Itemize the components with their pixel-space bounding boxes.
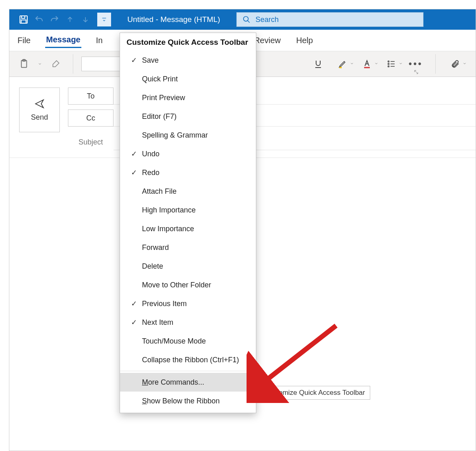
svg-point-6 [388,61,389,62]
redo-icon[interactable] [48,13,61,26]
menu-item-attach-file[interactable]: Attach File [120,182,256,201]
tooltip-customize-qat: Customize Quick Access Toolbar [259,386,370,400]
previous-item-icon[interactable] [63,13,77,26]
menu-item-undo[interactable]: ✓Undo [120,144,256,163]
menu-item-editor[interactable]: Editor (F7) [120,107,256,126]
svg-rect-1 [22,16,25,18]
chevron-down-icon[interactable] [38,62,42,66]
font-name-box[interactable] [81,57,120,71]
menu-item-show-below-ribbon[interactable]: Show Below the Ribbon [120,392,256,410]
customize-qat-menu: Customize Quick Access Toolbar ✓Save Qui… [120,33,256,413]
save-icon[interactable] [17,13,31,26]
highlight-button[interactable] [334,56,351,72]
tab-review[interactable]: Review [253,33,282,48]
svg-rect-2 [21,20,26,23]
tab-file[interactable]: File [17,33,31,48]
underline-button[interactable] [310,56,326,72]
font-color-button[interactable] [359,56,375,72]
menu-item-forward[interactable]: Forward [120,238,256,257]
search-placeholder: Search [255,15,279,24]
separator [435,54,436,74]
attach-file-button[interactable] [447,56,463,72]
menu-item-spelling-grammar[interactable]: Spelling & Grammar [120,126,256,144]
menu-item-quick-print[interactable]: Quick Print [120,70,256,88]
svg-point-3 [244,17,249,22]
menu-item-redo[interactable]: ✓Redo [120,163,256,182]
menu-item-print-preview[interactable]: Print Preview [120,88,256,107]
dialog-launcher-icon[interactable] [414,70,419,76]
menu-title: Customize Quick Access Toolbar [120,33,256,51]
menu-item-low-importance[interactable]: Low Importance [120,219,256,238]
quick-access-toolbar [9,13,111,26]
format-painter-button[interactable] [47,55,65,73]
menu-item-more-commands[interactable]: More Commands... [120,373,256,392]
paste-button[interactable] [15,55,33,73]
menu-item-save[interactable]: ✓Save [120,51,256,70]
menu-item-previous-item[interactable]: ✓Previous Item [120,294,256,313]
title-bar: Untitled - Message (HTML) Search [9,9,476,30]
to-button[interactable]: To [68,88,114,105]
bullets-button[interactable] [383,56,400,72]
menu-item-collapse-ribbon[interactable]: Collapse the Ribbon (Ctrl+F1) [120,350,256,369]
subject-label: Subject [68,138,114,147]
search-icon [242,15,251,24]
undo-icon[interactable] [32,13,46,26]
tab-message[interactable]: Message [45,33,81,48]
next-item-icon[interactable] [79,13,92,26]
send-button[interactable]: Send [19,88,60,132]
svg-point-7 [388,63,389,65]
menu-item-move-to-other-folder[interactable]: Move to Other Folder [120,276,256,294]
svg-point-8 [388,66,389,67]
menu-separator [120,371,256,371]
separator [73,54,73,74]
menu-item-high-importance[interactable]: High Importance [120,201,256,219]
window-title: Untitled - Message (HTML) [127,15,220,24]
customize-qat-dropdown-button[interactable] [97,13,111,26]
tab-help[interactable]: Help [295,33,314,48]
tab-insert-partial[interactable]: In [95,33,104,48]
cc-button[interactable]: Cc [68,109,114,127]
search-box[interactable]: Search [236,12,424,27]
menu-item-delete[interactable]: Delete [120,257,256,276]
send-icon [33,99,46,109]
menu-item-next-item[interactable]: ✓Next Item [120,313,256,332]
menu-item-touch-mouse-mode[interactable]: Touch/Mouse Mode [120,332,256,350]
send-label: Send [31,113,48,122]
